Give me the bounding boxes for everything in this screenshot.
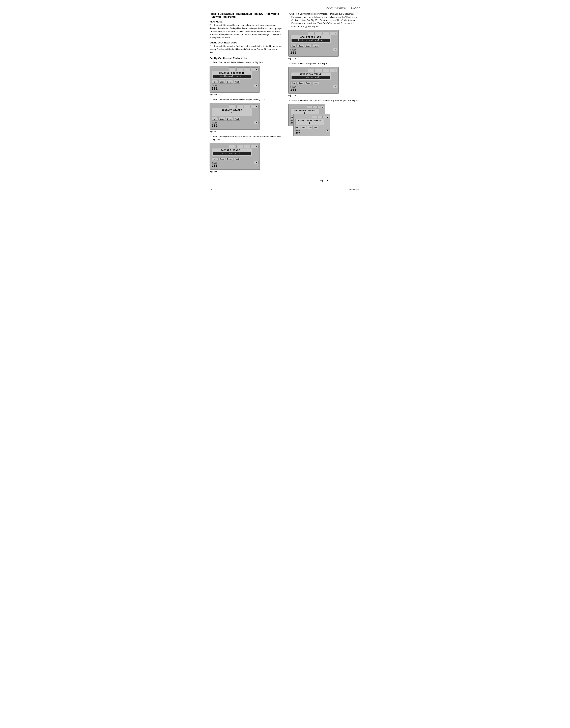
- page-number: 79: [210, 188, 212, 191]
- fig169-display-selected: geothermal radiant: [213, 75, 251, 78]
- fig172-up-btn[interactable]: ▲: [333, 31, 337, 35]
- fig170-display-title: RADIANT STAGES: [213, 109, 251, 112]
- fig170-setup-num: 202: [212, 124, 258, 128]
- fig171-display: RADIANT STAGE 1 eim terminal U1: [212, 148, 252, 156]
- fig171-help-btn[interactable]: Help: [212, 157, 218, 161]
- fig174f-done-btn[interactable]: Done: [307, 126, 313, 129]
- fig174b-top-btn2: [312, 106, 317, 108]
- fig170-done-btn[interactable]: Done: [226, 117, 233, 121]
- fig169-display-title: HEATING EQUIPMENT: [213, 72, 251, 74]
- fig171-back-btn[interactable]: Back: [219, 157, 225, 161]
- fig170-display: RADIANT STAGES 1: [212, 108, 252, 116]
- right-column: Select a Geothermal Forced Air Option. F…: [288, 12, 360, 183]
- fig174f-display-value: 1: [297, 122, 323, 124]
- fig174f-up-btn[interactable]: ▲: [326, 116, 329, 118]
- fig171-bottom-row: Help Back Done Next: [212, 157, 252, 161]
- fig169-display: HEATING EQUIPMENT geothermal radiant: [212, 71, 252, 79]
- step6: Select the number of Compressor and Back…: [291, 99, 360, 102]
- fig173-down-btn[interactable]: ▼: [333, 85, 337, 88]
- fig169-bottom-row: Help Back Done Next: [212, 80, 252, 83]
- fig173-back-btn[interactable]: Back: [297, 81, 304, 85]
- heat-mode-text: The thermostat turns on Backup Heat only…: [210, 24, 282, 39]
- fig174-wrap: ▲ COMPRESSOR STAGES 1 ▼ Help Back Done N…: [288, 104, 332, 141]
- step4: Select a Geothermal Forced Air Option. F…: [291, 12, 360, 28]
- fig172-label: Fig. 172.: [288, 57, 296, 60]
- fig172-next-btn[interactable]: Next: [312, 44, 319, 48]
- fig174f-back-btn[interactable]: Back: [301, 126, 306, 129]
- header-title: VISIONPRO® 8000 WITH REDLINK™: [326, 7, 360, 9]
- fig170-down-btn[interactable]: ▼: [254, 121, 259, 124]
- fig174-backup-screen: ▲ BACKUP HEAT STAGES 1 ▼ Help Back Done …: [293, 114, 330, 136]
- fig173-next-btn[interactable]: Next: [312, 81, 319, 85]
- fig173-help-btn[interactable]: Help: [290, 81, 297, 85]
- fig171-setup-label: Setup#: [212, 162, 258, 164]
- fig172-screen: ▲ GEO FORCED AIR heating and cooling ▼ H…: [288, 30, 339, 57]
- fig171-down-btn[interactable]: ▼: [254, 161, 259, 164]
- fig173-display: REVERSING VALVE o (o/b on cool): [290, 72, 331, 80]
- fig173-label: Fig. 173.: [288, 95, 296, 97]
- fig171-done-btn[interactable]: Done: [226, 157, 233, 161]
- fig170-top-btn1: [229, 105, 236, 108]
- fig170-display-value: 1: [213, 112, 251, 115]
- fig169-done-btn[interactable]: Done: [226, 80, 233, 83]
- fig172-top-btn1: [308, 31, 314, 35]
- fig170-top-btn2: [236, 105, 243, 108]
- fig174f-top-btn2: [317, 116, 323, 118]
- fig174f-help-btn[interactable]: Help: [295, 126, 300, 129]
- fig171-screen: ▲ RADIANT STAGE 1 eim terminal U1 ▼ Help…: [210, 143, 260, 170]
- fig172-top-btn3: [323, 31, 329, 35]
- fig173-setup-num: 206: [290, 88, 337, 92]
- fig169-top-btn2: [236, 67, 243, 71]
- fig171-up-btn[interactable]: ▲: [254, 145, 259, 148]
- fig170-next-btn[interactable]: Next: [234, 117, 240, 121]
- emergency-heat-label: EMERGENCY HEAT MODE: [210, 41, 282, 44]
- fig173-top-btn2: [315, 68, 322, 72]
- fig170-screen: ▲ RADIANT STAGES 1 ▼ Help Back Done Next…: [210, 103, 260, 130]
- doc-ref: 68-0312—03: [349, 188, 360, 191]
- left-column: Fossil Fuel Backup Heat (Backup Heat NOT…: [210, 12, 282, 183]
- fig171-top-btn3: [244, 145, 251, 148]
- fig170-back-btn[interactable]: Back: [219, 117, 225, 121]
- fig169-down-btn[interactable]: ▼: [254, 83, 259, 87]
- fig171-display-title: RADIANT STAGE 1: [213, 149, 251, 152]
- fig172-wrap: ▲ GEO FORCED AIR heating and cooling ▼ H…: [288, 30, 360, 61]
- fig173-done-btn[interactable]: Done: [305, 81, 312, 85]
- fig170-bottom-row: Help Back Done Next: [212, 117, 252, 121]
- fig169-up-btn[interactable]: ▲: [254, 67, 259, 71]
- fig173-up-btn[interactable]: ▲: [333, 68, 337, 72]
- fig169-help-btn[interactable]: Help: [212, 80, 218, 83]
- fig169-next-btn[interactable]: Next: [234, 80, 240, 83]
- fig171-next-btn[interactable]: Next: [234, 157, 240, 161]
- fig171-setup-num: 203: [212, 164, 258, 168]
- fig171-top-btn2: [236, 145, 243, 148]
- fig173-top-btn3: [323, 68, 329, 72]
- fig172-display-title: GEO FORCED AIR: [292, 36, 330, 39]
- fig174f-down-btn[interactable]: ▼: [326, 129, 329, 132]
- fig172-display: GEO FORCED AIR heating and cooling: [290, 35, 331, 43]
- fig174f-bottom-row: Help Back Done Next: [295, 126, 324, 129]
- fig169-top-btn1: [229, 67, 236, 71]
- fig170-help-btn[interactable]: Help: [212, 117, 218, 121]
- fig171-wrap: ▲ RADIANT STAGE 1 eim terminal U1 ▼ Help…: [210, 143, 282, 174]
- fig174f-next-btn[interactable]: Next: [313, 126, 318, 129]
- fig172-back-btn[interactable]: Back: [297, 44, 304, 48]
- fig172-help-btn[interactable]: Help: [290, 44, 297, 48]
- fig169-setup-num: 201: [212, 87, 258, 90]
- fig174b-up-btn[interactable]: ▲: [320, 106, 324, 108]
- fig173-display-title: REVERSING VALVE: [292, 73, 330, 76]
- fig170-up-btn[interactable]: ▲: [254, 105, 259, 108]
- emergency-heat-text: The thermostat turns on the Backup Heat …: [210, 45, 282, 54]
- fig170-label: Fig. 170.: [210, 130, 218, 133]
- fig169-wrap: ▲ HEATING EQUIPMENT geothermal radiant ▼…: [210, 66, 282, 97]
- fig174f-setup-label: Setup#: [295, 130, 328, 131]
- step3: Select the universal terminals wired to …: [213, 135, 282, 141]
- fig174-label: Fig. 174.: [288, 179, 360, 182]
- fig169-back-btn[interactable]: Back: [219, 80, 225, 83]
- fig174f-setup-num: 207: [295, 131, 328, 134]
- fig172-done-btn[interactable]: Done: [305, 44, 312, 48]
- fig172-bottom-row: Help Back Done Next: [290, 44, 331, 48]
- fig171-label: Fig. 171.: [210, 170, 218, 173]
- fig173-setup-label: Setup#: [290, 86, 337, 88]
- fig172-down-btn[interactable]: ▼: [333, 48, 337, 51]
- geo-radiant-heading: Set Up Geothermal Radiant Heat: [210, 57, 282, 59]
